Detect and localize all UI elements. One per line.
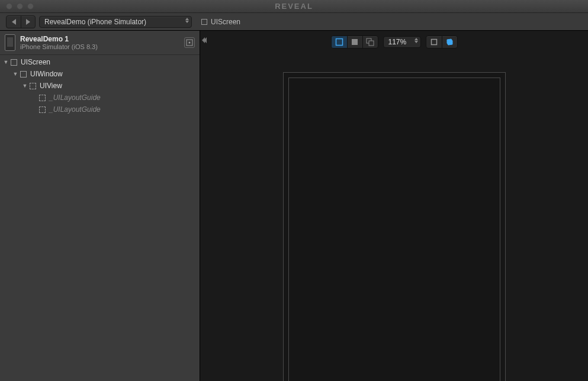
disclosure-triangle-icon[interactable]: ▼ [12,71,19,77]
2d-button[interactable] [426,36,442,48]
wireframe-icon [335,38,343,46]
zoom-field[interactable]: 117% [383,36,421,48]
layers-mode-button[interactable] [362,36,378,48]
tree-row-label: _UILayoutGuide [49,93,101,102]
svg-rect-6 [431,40,436,45]
svg-marker-9 [448,41,452,45]
target-device-label: RevealDemo (iPhone Simulator) [44,18,146,26]
focus-button[interactable] [184,37,195,48]
disclosure-triangle-icon[interactable]: ▼ [21,83,28,89]
tree-row[interactable]: ▼UIScreen [0,56,200,68]
device-title: RevealDemo 1 [20,35,179,43]
view-icon [201,19,207,25]
svg-rect-2 [336,39,342,46]
view-icon [20,71,27,78]
solid-mode-button[interactable] [347,36,362,48]
flat-icon [430,38,438,46]
view-icon [39,95,46,101]
wireframe-mode-button[interactable] [332,36,347,48]
tree-row[interactable]: ▼UIView [0,80,200,92]
tree-row[interactable]: ▼UIWindow [0,68,200,80]
collapse-sidebar-button[interactable] [200,34,210,46]
breadcrumb[interactable]: UIScreen [201,18,240,26]
tree-row-label: UIWindow [30,70,63,78]
nav-back-forward [6,15,36,28]
chevron-left-icon [12,19,16,25]
target-device-dropdown[interactable]: RevealDemo (iPhone Simulator) [39,16,192,28]
device-header[interactable]: RevealDemo 1 iPhone Simulator (iOS 8.3) [0,31,200,55]
zoom-value: 117% [388,38,407,46]
forward-button[interactable] [21,16,35,28]
svg-rect-5 [369,41,374,46]
device-frame[interactable] [283,72,506,381]
toolbar: RevealDemo (iPhone Simulator) UIScreen [0,13,588,31]
breadcrumb-label: UIScreen [211,18,240,26]
app-title: REVEAL [275,2,313,11]
projection-segment [426,35,458,49]
3d-button[interactable] [442,36,457,48]
svg-point-1 [189,42,191,44]
chevron-right-icon [26,19,30,25]
traffic-lights [0,3,34,9]
focus-icon [186,39,193,46]
disclosure-triangle-icon[interactable]: ▼ [2,59,9,65]
canvas[interactable]: 117% [200,31,588,381]
tree-row[interactable]: _UILayoutGuide [0,92,200,104]
tree-row-label: UIView [40,82,62,90]
layers-icon [366,38,374,46]
close-window-button[interactable] [6,3,12,9]
main: RevealDemo 1 iPhone Simulator (iOS 8.3) … [0,31,588,381]
canvas-controls: 117% [331,35,458,49]
stepper-icon [415,38,418,43]
back-button[interactable] [7,16,21,28]
svg-rect-3 [352,39,358,45]
device-subtitle: iPhone Simulator (iOS 8.3) [20,43,179,50]
zoom-window-button[interactable] [27,3,34,9]
hierarchy-sidebar: RevealDemo 1 iPhone Simulator (iOS 8.3) … [0,31,200,381]
tree-row-label: UIScreen [21,58,50,66]
hierarchy-tree: ▼UIScreen▼UIWindow▼UIView_UILayoutGuide_… [0,55,200,117]
tree-row[interactable]: _UILayoutGuide [0,104,200,115]
tree-row-label: _UILayoutGuide [49,105,101,114]
minimize-window-button[interactable] [17,3,23,9]
device-icon [5,34,15,51]
view-icon [39,106,46,113]
view-mode-segment [331,35,378,49]
view-icon [30,83,36,89]
solid-icon [351,38,359,46]
double-chevron-left-icon [203,37,207,43]
stepper-icon [185,18,189,23]
cube-icon [445,38,454,46]
device-meta: RevealDemo 1 iPhone Simulator (iOS 8.3) [20,35,179,50]
titlebar: REVEAL [0,0,588,13]
device-screen [288,78,500,381]
view-icon [11,59,17,66]
